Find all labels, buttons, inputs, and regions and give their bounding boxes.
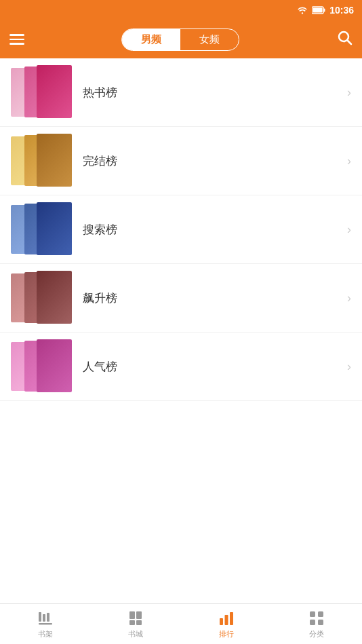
cover-front [37, 271, 72, 324]
nav-item-bookstore[interactable]: 书城 [91, 605, 182, 643]
cover-front [37, 339, 72, 392]
item-label-popular: 人气榜 [83, 359, 342, 375]
svg-line-4 [348, 41, 352, 45]
nav-label-bookstore: 书城 [128, 629, 143, 639]
nav-item-ranking[interactable]: 排行 [181, 605, 272, 643]
svg-rect-7 [43, 614, 45, 622]
list-item-hot[interactable]: 热书榜 › [0, 58, 362, 127]
list-item-rising[interactable]: 飙升榜 › [0, 264, 362, 333]
bookstore-icon [127, 609, 144, 627]
item-label-hot: 热书榜 [83, 85, 342, 100]
status-bar: 10:36 [0, 0, 362, 20]
book-covers-search [11, 202, 72, 257]
svg-rect-14 [224, 615, 228, 625]
nav-item-category[interactable]: 分类 [272, 605, 363, 643]
main-content: 热书榜 › 完结榜 › 搜索榜 › [0, 58, 362, 603]
svg-rect-6 [39, 623, 52, 625]
tab-female[interactable]: 女频 [180, 29, 239, 50]
tab-switcher: 男频 女频 [121, 29, 239, 51]
status-icons: 10:36 [297, 5, 354, 16]
svg-rect-18 [310, 620, 315, 625]
nav-label-bookshelf: 书架 [38, 629, 53, 639]
svg-rect-12 [136, 620, 142, 625]
svg-rect-2 [313, 8, 323, 13]
book-covers-complete [11, 134, 72, 188]
svg-rect-13 [220, 618, 223, 625]
chevron-right-icon: › [347, 223, 351, 237]
svg-rect-8 [47, 613, 49, 622]
chevron-right-icon: › [347, 154, 351, 168]
svg-rect-1 [324, 9, 325, 12]
battery-icon [312, 6, 325, 14]
menu-button[interactable] [9, 34, 24, 45]
svg-rect-9 [129, 611, 135, 619]
cover-front [37, 202, 72, 255]
nav-item-bookshelf[interactable]: 书架 [0, 605, 91, 643]
cover-front [37, 134, 72, 187]
book-covers-popular [11, 339, 72, 394]
list-item-search[interactable]: 搜索榜 › [0, 195, 362, 264]
svg-rect-11 [129, 620, 135, 625]
chevron-right-icon: › [347, 86, 351, 100]
svg-rect-16 [310, 611, 315, 617]
ranking-icon [218, 609, 235, 627]
header: 男频 女频 [0, 20, 362, 58]
bottom-nav: 书架 书城 排行 分类 [0, 603, 362, 644]
nav-label-ranking: 排行 [219, 629, 234, 639]
item-label-search: 搜索榜 [83, 222, 342, 238]
svg-rect-10 [136, 611, 142, 619]
search-icon [336, 29, 353, 45]
bookshelf-icon [37, 609, 54, 627]
book-covers-rising [11, 271, 72, 325]
list-item-complete[interactable]: 完结榜 › [0, 127, 362, 195]
item-label-rising: 飙升榜 [83, 290, 342, 306]
wifi-icon [297, 6, 308, 14]
status-time: 10:36 [329, 5, 354, 16]
chevron-right-icon: › [347, 360, 351, 374]
book-covers-hot [11, 65, 72, 119]
cover-front [37, 65, 72, 118]
nav-label-category: 分类 [309, 629, 324, 639]
svg-rect-17 [318, 611, 323, 617]
category-icon [308, 609, 325, 627]
svg-rect-5 [39, 612, 41, 622]
search-button[interactable] [336, 29, 353, 50]
svg-rect-19 [318, 620, 323, 625]
svg-rect-15 [230, 612, 233, 625]
item-label-complete: 完结榜 [83, 153, 342, 169]
list-item-popular[interactable]: 人气榜 › [0, 333, 362, 401]
chevron-right-icon: › [347, 291, 351, 305]
tab-male[interactable]: 男频 [122, 29, 180, 50]
